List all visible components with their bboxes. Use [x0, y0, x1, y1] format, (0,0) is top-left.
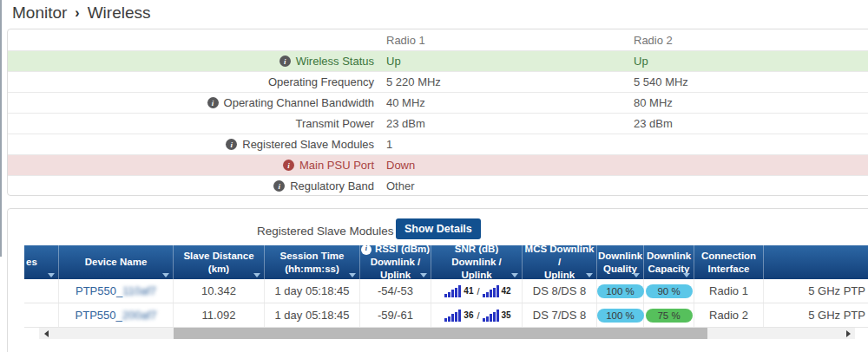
- truncated-cell: [24, 279, 59, 303]
- status-row-label: Operating Channel Bandwidth: [224, 96, 374, 109]
- status-row-regulatory-band: Regulatory Band Other: [8, 175, 868, 196]
- column-header-empty: [764, 245, 868, 279]
- status-row-label: Regulatory Band: [290, 179, 374, 192]
- device-name-link[interactable]: PTP550_110af7: [76, 284, 156, 297]
- column-header-downlink-capacity[interactable]: Downlink Capacity: [644, 245, 694, 279]
- status-radio1-value: Down: [376, 159, 623, 172]
- wireless-status-panel: Radio 1 Radio 2 Wireless Status Up Up Op…: [7, 29, 868, 196]
- scroll-left-button[interactable]: [39, 328, 53, 339]
- breadcrumb-separator-icon: ›: [75, 5, 79, 21]
- status-radio2-value: Up: [623, 55, 868, 68]
- status-radio2-value: 5 540 MHz: [623, 75, 868, 88]
- truncated-cell: [24, 303, 59, 327]
- info-icon[interactable]: [273, 180, 285, 192]
- downlink-quality-badge: 100 %: [597, 284, 644, 298]
- status-radio1-value: 1: [376, 138, 623, 151]
- scrollbar-thumb[interactable]: [174, 328, 707, 339]
- slave-table-header-row: es Device Name Slave Distance (km) Sessi…: [24, 245, 868, 279]
- show-details-button[interactable]: Show Details: [396, 218, 481, 239]
- session-time-cell: 1 day 05:18:45: [265, 279, 360, 303]
- status-row-channel-bandwidth: Operating Channel Bandwidth 40 MHz 80 MH…: [8, 92, 868, 113]
- status-table-header-row: Radio 1 Radio 2: [8, 29, 868, 50]
- snr-uplink-value: 35: [502, 310, 511, 320]
- sort-arrow-icon: [349, 273, 356, 277]
- snr-separator: /: [477, 286, 479, 297]
- slaves-section-title: Registered Slave Modules: [257, 225, 394, 238]
- sort-arrow-icon: [253, 273, 260, 277]
- status-row-wireless-status: Wireless Status Up Up: [8, 50, 868, 71]
- wireless-mode-cell: 5 GHz PTP: [764, 279, 868, 303]
- slave-distance-cell: 11.092: [174, 303, 265, 327]
- rssi-cell: -59/-61: [360, 303, 431, 327]
- mcs-cell: DS 7/DS 8: [523, 303, 597, 327]
- status-row-main-psu-port: Main PSU Port Down: [8, 154, 868, 175]
- connection-interface-cell: Radio 1: [694, 279, 764, 303]
- sort-arrow-icon: [633, 273, 640, 277]
- rssi-cell: -54/-53: [360, 279, 431, 303]
- downlink-quality-badge: 100 %: [597, 309, 644, 323]
- status-radio2-value: 80 MHz: [623, 96, 868, 109]
- status-row-label: Wireless Status: [296, 55, 374, 68]
- slave-distance-cell: 10.342: [174, 279, 265, 303]
- column-header-session-time[interactable]: Session Time (hh:mm:ss): [265, 245, 360, 279]
- sort-arrow-icon: [683, 273, 690, 277]
- scroll-right-button[interactable]: [841, 328, 855, 339]
- snr-cell: 36 / 35: [431, 303, 523, 327]
- info-icon[interactable]: [279, 55, 291, 67]
- status-row-transmit-power: Transmit Power 23 dBm 23 dBm: [8, 113, 868, 134]
- column-header-downlink-quality[interactable]: Downlink Quality: [597, 245, 644, 279]
- redacted-device-suffix: 110af7: [122, 284, 156, 297]
- radio1-column-header: Radio 1: [376, 34, 623, 47]
- snr-downlink-value: 36: [464, 310, 473, 320]
- signal-bars-icon: [444, 285, 461, 297]
- slave-modules-table: es Device Name Slave Distance (km) Sessi…: [24, 245, 868, 328]
- table-row: PTP550_110af7 10.342 1 day 05:18:45 -54/…: [24, 279, 868, 303]
- downlink-capacity-badge: 90 %: [646, 284, 693, 298]
- wireless-mode-cell: 5 GHz PTP: [764, 303, 868, 327]
- column-header-mcs[interactable]: MCS Downlink / Uplink: [523, 245, 597, 279]
- snr-uplink-value: 42: [502, 286, 511, 296]
- redacted-device-suffix: 200af7: [122, 309, 157, 322]
- status-radio1-value: Up: [376, 55, 623, 68]
- sort-arrow-icon: [586, 273, 593, 277]
- status-row-registered-slaves: Registered Slave Modules 1: [8, 134, 868, 154]
- device-name-link[interactable]: PTP550_200af7: [76, 309, 157, 322]
- column-header-truncated[interactable]: es: [24, 245, 59, 279]
- connection-interface-cell: Radio 2: [694, 303, 764, 327]
- status-row-label: Operating Frequency: [268, 75, 374, 88]
- status-row-label: Registered Slave Modules: [242, 138, 374, 151]
- status-row-label: Main PSU Port: [299, 159, 374, 172]
- column-header-connection-interface: Connection Interface: [694, 245, 764, 279]
- session-time-cell: 1 day 05:18:45: [265, 303, 360, 327]
- signal-bars-icon: [444, 310, 461, 322]
- column-header-snr[interactable]: SNR (dB) Downlink / Uplink: [431, 245, 523, 279]
- info-icon[interactable]: [283, 160, 294, 171]
- downlink-capacity-badge: 75 %: [646, 309, 693, 323]
- sort-arrow-icon: [420, 273, 427, 277]
- radio2-column-header: Radio 2: [623, 34, 868, 47]
- mcs-cell: DS 8/DS 8: [523, 279, 597, 303]
- horizontal-scrollbar[interactable]: [39, 328, 855, 339]
- page-title: Wireless: [88, 3, 151, 23]
- status-radio1-value: 40 MHz: [376, 96, 623, 109]
- status-radio1-value: Other: [376, 179, 623, 192]
- snr-downlink-value: 41: [464, 286, 473, 296]
- column-header-device-name[interactable]: Device Name: [59, 245, 174, 279]
- snr-separator: /: [477, 310, 479, 321]
- table-row: PTP550_200af7 11.092 1 day 05:18:45 -59/…: [24, 303, 868, 328]
- registered-slaves-panel: Registered Slave Modules Show Details es…: [7, 208, 868, 352]
- status-row-label: Transmit Power: [295, 117, 374, 130]
- column-header-slave-distance[interactable]: Slave Distance (km): [174, 245, 265, 279]
- sort-arrow-icon: [511, 273, 518, 277]
- status-radio1-value: 23 dBm: [376, 117, 623, 130]
- info-icon[interactable]: [207, 97, 219, 108]
- status-row-operating-frequency: Operating Frequency 5 220 MHz 5 540 MHz: [8, 71, 868, 92]
- scroll-left-arrow-icon: [44, 330, 49, 337]
- breadcrumb-section[interactable]: Monitor: [12, 3, 67, 23]
- info-icon: [361, 244, 372, 255]
- breadcrumb: Monitor › Wireless: [12, 1, 151, 25]
- column-header-rssi[interactable]: RSSI (dBm) Downlink / Uplink: [360, 245, 431, 279]
- signal-bars-icon: [483, 285, 499, 297]
- info-icon[interactable]: [226, 139, 237, 150]
- snr-cell: 41 / 42: [431, 279, 523, 303]
